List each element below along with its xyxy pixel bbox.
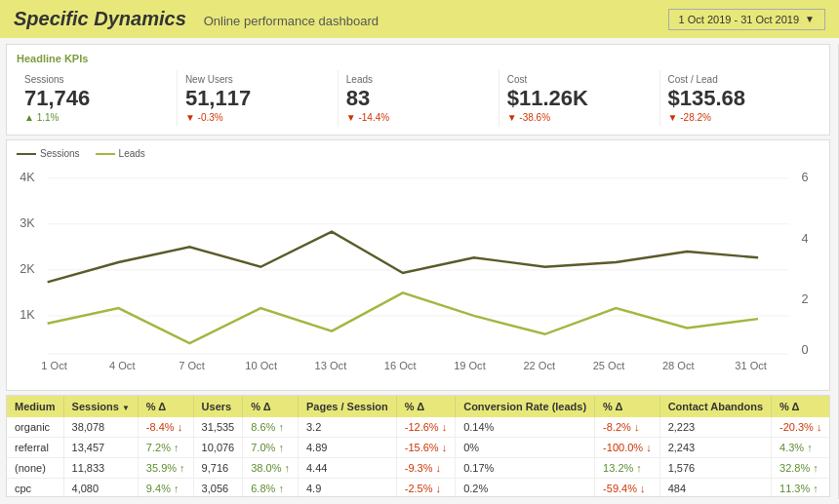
table-row: referral13,4577.2% ↑10,0767.0% ↑4.89-15.… <box>7 437 829 457</box>
cell-r1-c0: referral <box>7 437 63 457</box>
col-users[interactable]: Users <box>193 396 243 417</box>
cell-r2-c7: 0.17% <box>456 457 595 478</box>
kpi-delta-arrow-1: -0.3% <box>185 112 223 123</box>
cell-r3-c6: -2.5% ↓ <box>396 478 455 497</box>
kpi-delta-arrow-4: -28.2% <box>668 112 711 123</box>
cell-r2-c10: 32.8% ↑ <box>772 457 830 478</box>
kpi-value-4: $135.68 <box>668 87 813 110</box>
cell-r0-c6: -12.6% ↓ <box>396 417 455 438</box>
date-range-label: 1 Oct 2019 - 31 Oct 2019 <box>679 14 800 25</box>
sessions-legend-label: Sessions <box>40 148 80 159</box>
cell-r1-c3: 10,076 <box>193 437 243 457</box>
cell-r2-c3: 9,716 <box>193 457 243 478</box>
kpi-label-0: Sessions <box>24 74 169 85</box>
chart-section: Sessions Leads 4K 3K 2K 1K 6 4 2 <box>6 139 830 391</box>
chart-svg: 4K 3K 2K 1K 6 4 2 0 <box>17 163 819 377</box>
cell-r2-c1: 11,833 <box>63 457 138 478</box>
kpi-delta-3: -38.6% <box>507 112 652 123</box>
cell-r0-c7: 0.14% <box>456 417 595 438</box>
cell-r3-c5: 4.9 <box>299 478 397 497</box>
kpi-label-3: Cost <box>507 74 652 85</box>
col-users-delta[interactable]: % Δ <box>243 396 299 417</box>
cell-r2-c2: 35.9% ↑ <box>138 457 193 478</box>
svg-text:4: 4 <box>801 232 808 246</box>
col-contact-abandons[interactable]: Contact Abandons <box>659 396 771 417</box>
svg-text:2K: 2K <box>20 262 35 276</box>
svg-text:28 Oct: 28 Oct <box>662 360 695 371</box>
cell-r1-c4: 7.0% ↑ <box>243 437 299 457</box>
right-panel: Conversion rate (lead-gen contact forms)… <box>834 38 839 503</box>
leads-legend-label: Leads <box>119 148 145 159</box>
kpi-value-3: $11.26K <box>507 87 652 110</box>
kpi-card-0: Sessions 71,746 1.1% <box>17 70 178 127</box>
col-sessions-delta[interactable]: % Δ <box>138 396 193 417</box>
svg-text:4K: 4K <box>20 171 35 184</box>
kpi-card-3: Cost $11.26K -38.6% <box>499 70 660 127</box>
svg-text:10 Oct: 10 Oct <box>245 360 277 371</box>
cell-r2-c6: -9.3% ↓ <box>396 457 455 478</box>
kpi-delta-0: 1.1% <box>24 112 169 123</box>
data-table: Medium Sessions ▼ % Δ Users % Δ Pages / … <box>7 396 829 497</box>
col-sessions[interactable]: Sessions ▼ <box>63 396 138 417</box>
header: Specific Dynamics Online performance das… <box>0 0 839 38</box>
cell-r1-c7: 0% <box>456 437 595 457</box>
cell-r3-c7: 0.2% <box>456 478 595 497</box>
col-conv-rate[interactable]: Conversion Rate (leads) <box>456 396 595 417</box>
data-table-section: Medium Sessions ▼ % Δ Users % Δ Pages / … <box>6 395 830 497</box>
leads-legend-line <box>96 153 115 155</box>
cell-r0-c4: 8.6% ↑ <box>243 417 299 438</box>
col-conv-delta[interactable]: % Δ <box>595 396 660 417</box>
cell-r0-c1: 38,078 <box>63 417 138 438</box>
svg-text:1 Oct: 1 Oct <box>41 360 66 371</box>
kpi-value-2: 83 <box>346 87 491 110</box>
kpi-card-2: Leads 83 -14.4% <box>339 70 499 127</box>
date-range-arrow-icon: ▼ <box>805 14 815 24</box>
kpi-section: Headline KPIs Sessions 71,746 1.1% New U… <box>6 44 830 136</box>
chart-legend: Sessions Leads <box>17 148 819 159</box>
svg-text:31 Oct: 31 Oct <box>735 360 767 371</box>
kpi-label-1: New Users <box>185 74 330 85</box>
sessions-legend: Sessions <box>17 148 80 159</box>
cell-r1-c1: 13,457 <box>63 437 138 457</box>
svg-text:3K: 3K <box>20 216 35 230</box>
kpi-delta-arrow-0: 1.1% <box>24 112 59 123</box>
cell-r3-c1: 4,080 <box>63 478 138 497</box>
table-row: (none)11,83335.9% ↑9,71638.0% ↑4.44-9.3%… <box>7 457 829 478</box>
kpi-value-0: 71,746 <box>24 87 169 110</box>
svg-text:19 Oct: 19 Oct <box>454 360 486 371</box>
cell-r2-c4: 38.0% ↑ <box>243 457 299 478</box>
cell-r0-c2: -8.4% ↓ <box>138 417 193 438</box>
cell-r2-c9: 1,576 <box>659 457 771 478</box>
cell-r2-c8: 13.2% ↑ <box>595 457 660 478</box>
cell-r3-c8: -59.4% ↓ <box>595 478 660 497</box>
cell-r0-c10: -20.3% ↓ <box>772 417 830 438</box>
cell-r3-c9: 484 <box>659 478 771 497</box>
table-row: organic38,078-8.4% ↓31,5358.6% ↑3.2-12.6… <box>7 417 829 438</box>
brand-title: Specific Dynamics <box>14 8 186 30</box>
col-abandons-delta[interactable]: % Δ <box>772 396 830 417</box>
table-body: organic38,078-8.4% ↓31,5358.6% ↑3.2-12.6… <box>7 417 829 497</box>
cell-r0-c3: 31,535 <box>193 417 243 438</box>
kpi-label-2: Leads <box>346 74 491 85</box>
table-row: cpc4,0809.4% ↑3,0566.8% ↑4.9-2.5% ↓0.2%-… <box>7 478 829 497</box>
col-pages-delta[interactable]: % Δ <box>396 396 455 417</box>
cell-r1-c2: 7.2% ↑ <box>138 437 193 457</box>
col-medium[interactable]: Medium <box>7 396 63 417</box>
svg-text:0: 0 <box>801 343 808 357</box>
cell-r3-c4: 6.8% ↑ <box>243 478 299 497</box>
svg-text:4 Oct: 4 Oct <box>109 360 135 371</box>
cell-r0-c0: organic <box>7 417 63 438</box>
cell-r0-c9: 2,223 <box>659 417 771 438</box>
svg-text:25 Oct: 25 Oct <box>593 360 625 371</box>
svg-text:13 Oct: 13 Oct <box>315 360 347 371</box>
date-range-picker[interactable]: 1 Oct 2019 - 31 Oct 2019 ▼ <box>668 9 825 30</box>
dashboard-subtitle: Online performance dashboard <box>204 14 379 28</box>
chart-area: 4K 3K 2K 1K 6 4 2 0 <box>17 163 819 377</box>
col-pages-session[interactable]: Pages / Session <box>299 396 397 417</box>
left-panel: Headline KPIs Sessions 71,746 1.1% New U… <box>0 38 834 503</box>
cell-r3-c0: cpc <box>7 478 63 497</box>
sessions-legend-line <box>17 153 36 155</box>
kpi-delta-2: -14.4% <box>346 112 491 123</box>
cell-r1-c8: -100.0% ↓ <box>595 437 660 457</box>
cell-r1-c6: -15.6% ↓ <box>396 437 455 457</box>
